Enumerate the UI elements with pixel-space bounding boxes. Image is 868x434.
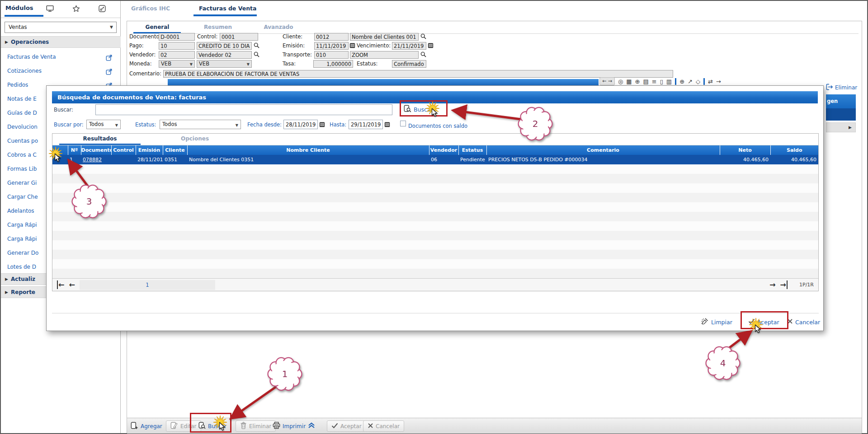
background-expander[interactable]: ▶ <box>826 122 856 132</box>
col-comentario[interactable]: Comentario <box>486 145 720 155</box>
add-circle-icon[interactable]: ⊕ <box>635 78 640 85</box>
subtab-avanzado[interactable]: Avanzado <box>248 24 309 30</box>
search-icon[interactable] <box>420 51 427 58</box>
eliminar-button[interactable]: Eliminar <box>236 420 276 432</box>
search-icon[interactable] <box>420 33 427 40</box>
last-page-icon[interactable]: → <box>780 280 788 289</box>
comentario-field[interactable] <box>163 70 673 78</box>
imprimir-button[interactable]: Imprimir <box>273 420 306 432</box>
sidebar-item-cotizaciones[interactable]: Cotizaciones <box>1 65 121 76</box>
empty-row <box>52 250 818 259</box>
tab-opciones[interactable]: Opciones <box>147 135 242 142</box>
estatus-field[interactable] <box>392 60 426 68</box>
eliminar-row-button[interactable]: Eliminar <box>826 84 857 92</box>
limpiar-button[interactable]: Limpiar <box>701 317 732 327</box>
col-estatus[interactable]: Estatus <box>458 145 486 155</box>
moneda-name-select[interactable]: VEB▼ <box>197 60 252 68</box>
empty-row <box>52 193 818 202</box>
tag-icon[interactable]: ◇ <box>696 78 700 85</box>
key-icon[interactable] <box>99 5 106 14</box>
search-input[interactable] <box>95 104 392 115</box>
tasa-field[interactable] <box>313 60 353 68</box>
moneda-label: Moneda: <box>129 60 152 68</box>
col-nombre-cliente[interactable]: Nombre Cliente <box>187 145 429 155</box>
transporte-name-field[interactable] <box>350 51 419 59</box>
calendar-icon[interactable] <box>384 121 390 129</box>
cliente-code-field[interactable] <box>314 33 349 41</box>
tab-modulos[interactable]: Módulos <box>5 5 33 11</box>
nav-arrows-icon[interactable]: ← → <box>599 77 615 85</box>
table-row[interactable]: 1 078882 28/11/2019 0351 Nombre del Clie… <box>52 155 818 164</box>
sidebar-section-operaciones[interactable]: ▶ Operaciones <box>1 36 121 48</box>
documento-link[interactable]: 078882 <box>83 157 102 163</box>
agregar-button[interactable]: Agregar <box>131 420 162 432</box>
col-saldo[interactable]: Saldo <box>770 145 818 155</box>
transporte-code-field[interactable] <box>314 51 349 59</box>
refresh-icon[interactable]: ⇄ <box>708 78 713 85</box>
add-circle-icon[interactable]: ⊕ <box>679 78 684 85</box>
documento-field[interactable] <box>159 33 195 41</box>
results-table: Nº Documento Control Emisión Cliente Nom… <box>52 145 818 278</box>
col-emision[interactable]: Emisión <box>136 145 163 155</box>
estatus-filter-select[interactable]: Todos▼ <box>160 120 241 129</box>
monitor-icon[interactable] <box>46 5 54 14</box>
sidebar-section-label: Actualiz <box>11 276 35 282</box>
col-documento[interactable]: Documento <box>81 145 111 155</box>
calendar-icon[interactable] <box>428 42 434 49</box>
prev-page-icon[interactable]: ← <box>69 280 75 289</box>
fecha-desde-input[interactable] <box>283 120 318 129</box>
module-select[interactable]: Ventas ▼ <box>5 22 117 33</box>
col-selector[interactable] <box>52 145 68 155</box>
buscar-por-select[interactable]: Todos▼ <box>86 120 121 129</box>
col-neto[interactable]: Neto <box>720 145 770 155</box>
target-icon[interactable]: ◎ <box>618 78 623 85</box>
subtab-general[interactable]: General <box>127 24 188 30</box>
external-link-icon[interactable] <box>106 54 112 65</box>
grid-icon[interactable]: ▥ <box>666 78 672 85</box>
trash-icon[interactable]: ▯ <box>660 78 663 85</box>
cancelar-modal-button[interactable]: Cancelar <box>787 317 820 327</box>
pago-code-field[interactable] <box>159 42 195 50</box>
aceptar-button[interactable]: Aceptar <box>327 420 366 432</box>
tab-resultados[interactable]: Resultados <box>52 135 147 142</box>
cancelar-button[interactable]: Cancelar <box>363 420 404 432</box>
moneda-code-select[interactable]: VEB▼ <box>159 60 195 68</box>
row-selector-cell[interactable] <box>52 155 68 164</box>
vencimiento-label: Vencimiento: <box>357 42 391 50</box>
calendar-icon[interactable] <box>349 42 356 49</box>
emision-field[interactable] <box>314 42 349 50</box>
sidebar-item-label: Pedidos <box>7 82 28 88</box>
sidebar-item-facturas-de-venta[interactable]: Facturas de Venta <box>1 51 121 62</box>
search-icon[interactable] <box>254 51 260 58</box>
sidebar-item-label: Cobros a C <box>7 152 37 158</box>
search-icon[interactable] <box>254 42 260 49</box>
con-saldo-checkbox[interactable] <box>400 121 406 126</box>
tab-graficos-ihc[interactable]: Gráficos IHC <box>131 5 170 12</box>
clipboard-icon[interactable]: ▤ <box>643 78 648 85</box>
page-number[interactable]: 1 <box>80 280 215 290</box>
vendedor-name-field[interactable] <box>197 51 252 59</box>
row-numero: 1 <box>68 155 81 164</box>
star-icon[interactable] <box>72 5 80 14</box>
list-icon[interactable]: ≡ <box>652 78 657 85</box>
collapse-toolbar-button[interactable] <box>308 420 315 432</box>
tab-facturas-de-venta[interactable]: Facturas de Venta <box>199 5 256 12</box>
calendar-icon[interactable] <box>319 121 325 129</box>
cliente-name-field[interactable] <box>350 33 419 41</box>
col-cliente[interactable]: Cliente <box>163 145 187 155</box>
col-numero[interactable]: Nº <box>68 145 81 155</box>
pago-name-field[interactable] <box>197 42 252 50</box>
subtab-resumen[interactable]: Resumen <box>188 24 248 30</box>
col-vendedor[interactable]: Vendedor <box>429 145 458 155</box>
vencimiento-field[interactable] <box>392 42 426 50</box>
hasta-input[interactable] <box>349 120 383 129</box>
next-page-icon[interactable]: → <box>769 280 775 289</box>
control-field[interactable] <box>220 33 258 41</box>
expand-icon[interactable]: ↗ <box>688 78 693 85</box>
vendedor-code-field[interactable] <box>159 51 195 59</box>
exit-icon[interactable]: → <box>716 78 721 85</box>
col-control[interactable]: Control <box>111 145 136 155</box>
external-link-icon[interactable] <box>106 68 112 79</box>
first-page-icon[interactable]: ← <box>57 280 64 289</box>
calendar-grid-icon[interactable]: ▦ <box>626 78 632 85</box>
